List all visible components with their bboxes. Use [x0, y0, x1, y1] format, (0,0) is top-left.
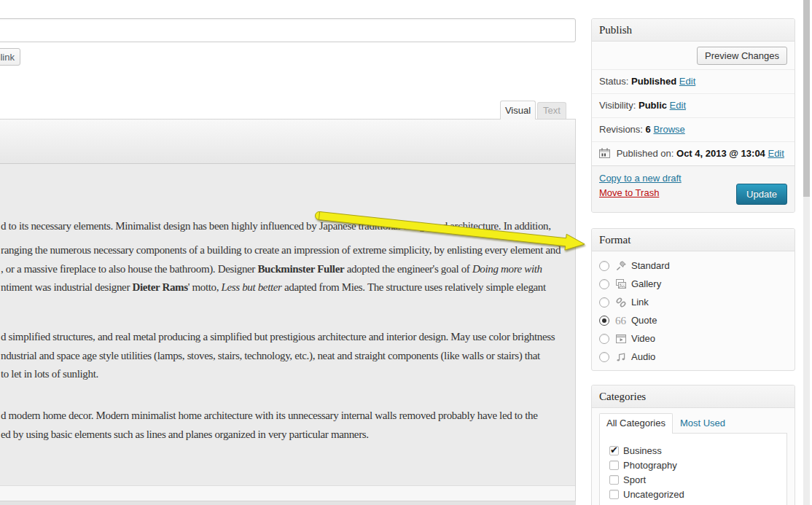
category-label: Sport — [623, 474, 646, 485]
checkbox-uncategorized[interactable] — [609, 490, 619, 499]
published-edit-link[interactable]: Edit — [768, 148, 784, 159]
pushpin-icon — [615, 260, 627, 272]
format-panel-title[interactable]: Format — [592, 229, 795, 251]
radio-standard[interactable] — [599, 261, 609, 271]
category-item-photography[interactable]: Photography — [609, 458, 786, 472]
editor-paragraph-4: d modern home decor. Modern minimalist h… — [1, 407, 576, 444]
visual-editor-box: d to its necessary elements. Minimalist … — [0, 119, 576, 501]
status-edit-link[interactable]: Edit — [679, 76, 695, 87]
update-button[interactable]: Update — [736, 184, 787, 205]
checkbox-business[interactable] — [609, 446, 619, 455]
editor-paragraph-3: d simplified structures, and real metal … — [1, 328, 576, 384]
category-item-business[interactable]: Business — [609, 443, 786, 458]
format-panel: Format StandardGalleryLink66QuoteVideoAu… — [591, 228, 795, 371]
preview-changes-button[interactable]: Preview Changes — [697, 47, 787, 65]
radio-quote[interactable] — [599, 316, 609, 326]
scrollbar-thumb[interactable] — [803, 0, 810, 197]
link-icon — [615, 297, 627, 308]
tab-text-editor[interactable]: Text — [537, 102, 566, 119]
checkbox-photography[interactable] — [609, 461, 619, 470]
editor-resize-strip[interactable] — [0, 501, 576, 505]
format-options-list: StandardGalleryLink66QuoteVideoAudio — [592, 251, 795, 366]
categories-tabs: All CategoriesMost Used — [592, 408, 795, 433]
publish-panel: Publish Preview Changes Status: Publishe… — [591, 18, 795, 213]
editor-text-line: , or a massive fireplace to also house t… — [1, 260, 576, 279]
status-row: Status: Published Edit — [592, 70, 795, 94]
svg-text:66: 66 — [615, 315, 627, 326]
format-option-label: Quote — [631, 315, 657, 326]
format-option-label: Standard — [631, 260, 670, 271]
format-option-link[interactable]: Link — [599, 293, 795, 311]
radio-audio[interactable] — [599, 352, 609, 362]
get-shortlink-button[interactable]: link — [0, 48, 20, 66]
categories-tab-most-used[interactable]: Most Used — [673, 413, 733, 433]
published-on-row: Published on: Oct 4, 2013 @ 13:04 Edit — [592, 142, 795, 166]
format-option-quote[interactable]: 66Quote — [599, 311, 795, 329]
category-label: Business — [623, 445, 662, 456]
category-label: Photography — [623, 460, 677, 471]
editor-text-line: ndustrial and space age style utilities … — [1, 347, 576, 366]
category-item-uncategorized[interactable]: Uncategorized — [609, 487, 786, 501]
revisions-label: Revisions: — [599, 124, 643, 135]
editor-text-line: d modern home decor. Modern minimalist h… — [1, 407, 576, 426]
categories-panel-title[interactable]: Categories — [592, 385, 795, 408]
radio-video[interactable] — [599, 334, 609, 344]
status-label: Status: — [599, 76, 628, 87]
publish-panel-title[interactable]: Publish — [592, 19, 795, 42]
move-to-trash-link[interactable]: Move to Trash — [599, 187, 659, 198]
revisions-value: 6 — [646, 124, 651, 135]
editor-text-line: ntiment was industrial designer Dieter R… — [1, 278, 576, 297]
category-label: Uncategorized — [623, 489, 684, 500]
quote-icon: 66 — [615, 315, 627, 326]
revisions-browse-link[interactable]: Browse — [653, 124, 684, 135]
format-option-standard[interactable]: Standard — [599, 257, 795, 275]
publish-actions-row: Copy to a new draft Move to Trash Update — [592, 166, 795, 212]
tab-visual-editor[interactable]: Visual — [500, 101, 536, 120]
categories-checklist: BusinessPhotographySportUncategorized — [599, 433, 787, 505]
editor-text-line: d simplified structures, and real metal … — [1, 328, 576, 347]
video-icon — [615, 333, 627, 345]
categories-panel: Categories All CategoriesMost Used Busin… — [591, 385, 795, 505]
checkbox-sport[interactable] — [609, 475, 619, 485]
editor-text-line: to let in lots of sunlight. — [1, 365, 576, 384]
gallery-icon — [615, 278, 627, 290]
copy-to-draft-link[interactable]: Copy to a new draft — [599, 173, 682, 184]
editor-text-line: ed by using basic elements such as lines… — [1, 426, 576, 445]
visibility-row: Visibility: Public Edit — [592, 94, 795, 118]
radio-link[interactable] — [599, 297, 609, 308]
categories-tab-all-categories[interactable]: All Categories — [599, 413, 673, 434]
preview-row: Preview Changes — [592, 42, 795, 70]
annotation-arrow-icon — [313, 206, 590, 251]
wordpress-edit-post-screen: link Visual Text d to its necessary elem… — [0, 0, 812, 505]
revisions-row: Revisions: 6 Browse — [592, 118, 795, 142]
format-option-label: Audio — [631, 351, 655, 362]
visibility-label: Visibility: — [599, 100, 636, 111]
editor-statusbar — [0, 485, 575, 501]
visibility-edit-link[interactable]: Edit — [670, 100, 686, 111]
category-item-sport[interactable]: Sport — [609, 472, 786, 487]
format-option-label: Link — [631, 297, 649, 308]
editor-toolbar — [0, 120, 575, 164]
calendar-icon — [599, 144, 610, 167]
published-on-value: Oct 4, 2013 @ 13:04 — [676, 148, 765, 159]
radio-gallery[interactable] — [599, 279, 609, 289]
format-option-audio[interactable]: Audio — [599, 348, 795, 366]
visibility-value: Public — [639, 100, 667, 111]
format-option-video[interactable]: Video — [599, 329, 795, 348]
published-on-label: Published on: — [617, 148, 674, 159]
audio-icon — [615, 351, 627, 363]
format-option-gallery[interactable]: Gallery — [599, 275, 795, 293]
format-option-label: Video — [631, 333, 655, 344]
post-title-input[interactable] — [0, 18, 576, 42]
status-value: Published — [631, 76, 676, 87]
format-option-label: Gallery — [631, 278, 661, 289]
